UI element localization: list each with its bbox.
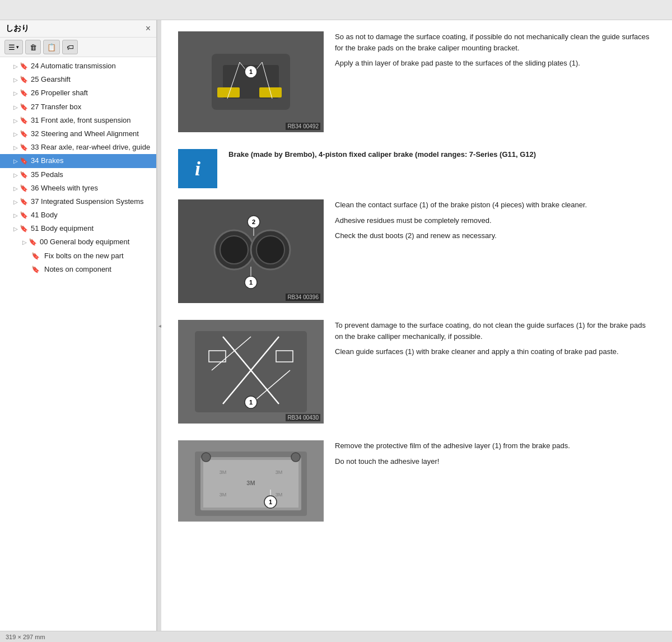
content-section-2: i Brake (made by Brembo), 4-piston fixed… [178, 149, 655, 188]
sidebar-item-label: 25 Gearshift [31, 75, 152, 85]
sidebar-item-37[interactable]: ▷ 🔖 37 Integrated Suspension Systems [0, 195, 156, 208]
resize-handle[interactable]: ◂ [157, 20, 161, 631]
bottom-bar: 319 × 297 mm [0, 631, 672, 642]
image-caption-1: RB34 00492 [286, 123, 320, 130]
sidebar-item-label: 31 Front axle, front suspension [31, 115, 152, 125]
sidebar-title: しおり [6, 24, 29, 34]
content-image-3: 2 1 RB34 00396 [178, 199, 324, 303]
svg-text:2: 2 [252, 218, 255, 225]
svg-text:1: 1 [249, 399, 253, 406]
sidebar-toolbar: ☰ ▾ 🗑 📋 🏷 [0, 38, 156, 57]
expand-icon: ▷ [13, 117, 18, 125]
svg-point-42 [291, 453, 300, 462]
close-button[interactable]: × [146, 24, 151, 34]
image-caption-3: RB34 00396 [286, 294, 320, 301]
content-area[interactable]: 1 RB34 00492 So as not to damage the sur… [161, 20, 672, 631]
content-section-4: 1 RB34 00430 To prevent damage to the su… [178, 320, 655, 424]
content-image-4: 1 RB34 00430 [178, 320, 324, 424]
sidebar-item-label: 24 Automatic transmission [31, 61, 152, 71]
bookmark-icon: 🔖 [20, 62, 28, 71]
sidebar-item-36[interactable]: ▷ 🔖 36 Wheels with tyres [0, 182, 156, 195]
tag-icon: 🏷 [67, 43, 74, 52]
bookmark-icon: 🔖 [20, 89, 28, 98]
bookmark-icon: 🔖 [20, 103, 28, 112]
bookmark-icon: 🔖 [20, 197, 28, 207]
bookmark-icon: 🔖 [20, 116, 28, 125]
bookmark-icon: 🔖 [29, 238, 37, 247]
expand-icon: ▷ [13, 90, 18, 97]
sidebar-item-label: 26 Propeller shaft [31, 88, 152, 98]
add-bookmark-button[interactable]: 📋 [43, 40, 60, 54]
bookmark-icon: 🔖 [20, 156, 28, 166]
svg-point-15 [256, 236, 284, 264]
bookmark-icon: 🔖 [20, 211, 28, 220]
bookmark-list-button[interactable]: ☰ ▾ [4, 40, 23, 54]
info-icon: i [195, 157, 200, 180]
content-text-4: To prevent damage to the surface coating… [335, 320, 655, 362]
dropdown-arrow-icon: ▾ [16, 44, 19, 50]
sidebar-item-label: 37 Integrated Suspension Systems [31, 197, 152, 207]
svg-text:3M: 3M [276, 492, 283, 497]
sidebar-item-31[interactable]: ▷ 🔖 31 Front axle, front suspension [0, 114, 156, 127]
image-caption-4: RB34 00430 [286, 414, 320, 421]
sidebar-item-00[interactable]: ▷ 🔖 00 General body equipment [0, 235, 156, 249]
content-text-3: Clean the contact surface (1) of the bra… [335, 199, 655, 246]
sidebar-item-25[interactable]: ▷ 🔖 25 Gearshift [0, 73, 156, 86]
info-box: i [178, 149, 217, 188]
expand-icon: ▷ [13, 185, 18, 193]
content-text-5: Remove the protective film of the adhesi… [335, 440, 655, 471]
sidebar-list: ▷ 🔖 24 Automatic transmission ▷ 🔖 25 Gea… [0, 57, 156, 631]
sidebar-item-34[interactable]: ▷ 🔖 34 Brakes [0, 154, 156, 168]
sidebar-item-label: 32 Steering and Wheel Alignment [31, 129, 152, 139]
bottom-info: 319 × 297 mm [6, 634, 45, 640]
svg-text:3M: 3M [220, 469, 227, 475]
sidebar-item-label: 51 Body equipment [31, 224, 152, 234]
expand-icon: ▷ [13, 104, 18, 111]
sidebar-item-27[interactable]: ▷ 🔖 27 Transfer box [0, 100, 156, 114]
sidebar-item-fix[interactable]: 🔖 Fix bolts on the new part [0, 249, 156, 263]
bookmark-icon: 🔖 [20, 75, 28, 85]
sidebar-item-33[interactable]: ▷ 🔖 33 Rear axle, rear-wheel drive, guid… [0, 141, 156, 154]
sidebar-item-label: 33 Rear axle, rear-wheel drive, guide [31, 142, 152, 152]
tag-button[interactable]: 🏷 [62, 40, 78, 54]
sidebar-item-label: 41 Body [31, 210, 152, 220]
svg-text:3M: 3M [220, 492, 227, 497]
bookmark-icon: 🔖 [31, 265, 40, 275]
expand-icon: ▷ [13, 225, 18, 233]
sidebar-item-label: Notes on component [44, 264, 152, 275]
expand-icon: ▷ [13, 171, 18, 179]
content-section-3: 2 1 RB34 00396 Clean the contact surface… [178, 199, 655, 303]
svg-point-13 [220, 236, 248, 264]
svg-text:3M: 3M [246, 480, 255, 486]
svg-point-41 [202, 453, 211, 462]
expand-icon: ▷ [13, 144, 18, 152]
sidebar-item-label: 27 Transfer box [31, 102, 152, 112]
bookmark-icon: 🔖 [20, 184, 28, 193]
svg-text:1: 1 [249, 279, 253, 286]
sidebar-item-label: 00 General body equipment [40, 237, 152, 247]
svg-text:1: 1 [269, 499, 272, 505]
sidebar-item-51[interactable]: ▷ 🔖 51 Body equipment [0, 222, 156, 235]
expand-icon: ▷ [13, 212, 18, 220]
sidebar-item-41[interactable]: ▷ 🔖 41 Body [0, 208, 156, 222]
content-text-1: So as not to damage the surface coating,… [335, 31, 655, 73]
svg-text:3M: 3M [276, 469, 283, 475]
bookmark-icon: 🔖 [20, 143, 28, 152]
sidebar-item-notes[interactable]: 🔖 Notes on component [0, 263, 156, 276]
content-image-5: 3M 3M 3M 3M 3M 1 [178, 440, 324, 522]
sidebar-item-label: Fix bolts on the new part [44, 251, 152, 261]
delete-button[interactable]: 🗑 [25, 40, 41, 54]
sidebar-item-label: 35 Pedals [31, 170, 152, 180]
sidebar-item-32[interactable]: ▷ 🔖 32 Steering and Wheel Alignment [0, 127, 156, 141]
expand-icon: ▷ [13, 198, 18, 206]
expand-icon: ▷ [22, 239, 27, 246]
expand-icon: ▷ [13, 63, 18, 71]
sidebar-item-35[interactable]: ▷ 🔖 35 Pedals [0, 168, 156, 182]
expand-icon: ▷ [13, 76, 18, 84]
sidebar-item-26[interactable]: ▷ 🔖 26 Propeller shaft [0, 86, 156, 100]
sidebar-item-label: 34 Brakes [31, 156, 152, 166]
bookmark-icon: 🔖 [31, 252, 40, 261]
sidebar-item-24[interactable]: ▷ 🔖 24 Automatic transmission [0, 59, 156, 73]
top-bar [0, 0, 672, 20]
bookmark-icon: 🔖 [20, 170, 28, 180]
